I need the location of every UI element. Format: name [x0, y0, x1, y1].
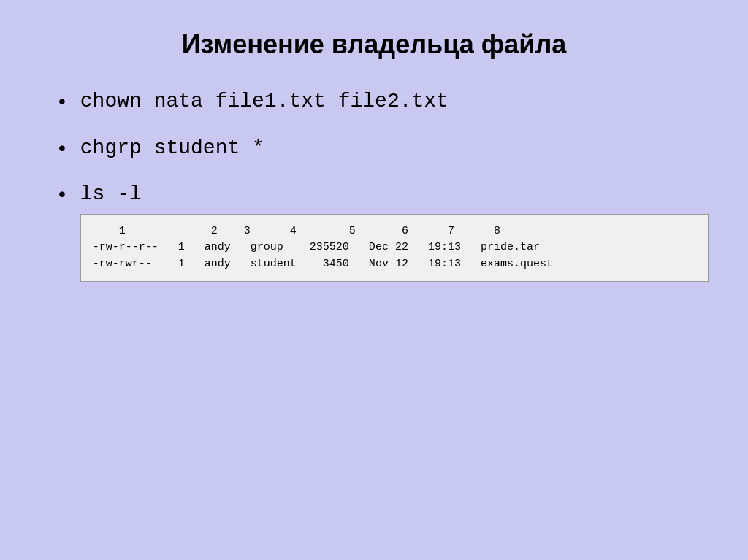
bullet-item-3: • ls -l 1 2 3 4 5 6 7 8 -rw-r--r-- 1 and… — [58, 182, 690, 282]
bullet-text-2: chgrp student * — [80, 136, 264, 161]
slide-title: Изменение владельца файла — [58, 29, 690, 60]
terminal-row-1: -rw-r--r-- 1 andy group 235520 Dec 22 19… — [93, 239, 696, 256]
bullet-text-3: ls -l — [80, 182, 709, 207]
bullet-dot-2: • — [58, 136, 66, 161]
bullet-dot-1: • — [58, 89, 66, 114]
bullet-list: • chown nata file1.txt file2.txt • chgrp… — [58, 89, 690, 282]
bullet-item-1: • chown nata file1.txt file2.txt — [58, 89, 690, 114]
slide: Изменение владельца файла • chown nata f… — [0, 0, 748, 560]
bullet-text-1: chown nata file1.txt file2.txt — [80, 89, 449, 114]
terminal-box: 1 2 3 4 5 6 7 8 -rw-r--r-- 1 andy group … — [80, 214, 709, 283]
bullet-dot-3: • — [58, 182, 66, 207]
terminal-header: 1 2 3 4 5 6 7 8 — [93, 223, 696, 240]
terminal-row-2: -rw-rwr-- 1 andy student 3450 Nov 12 19:… — [93, 256, 696, 273]
bullet-item-2: • chgrp student * — [58, 136, 690, 161]
